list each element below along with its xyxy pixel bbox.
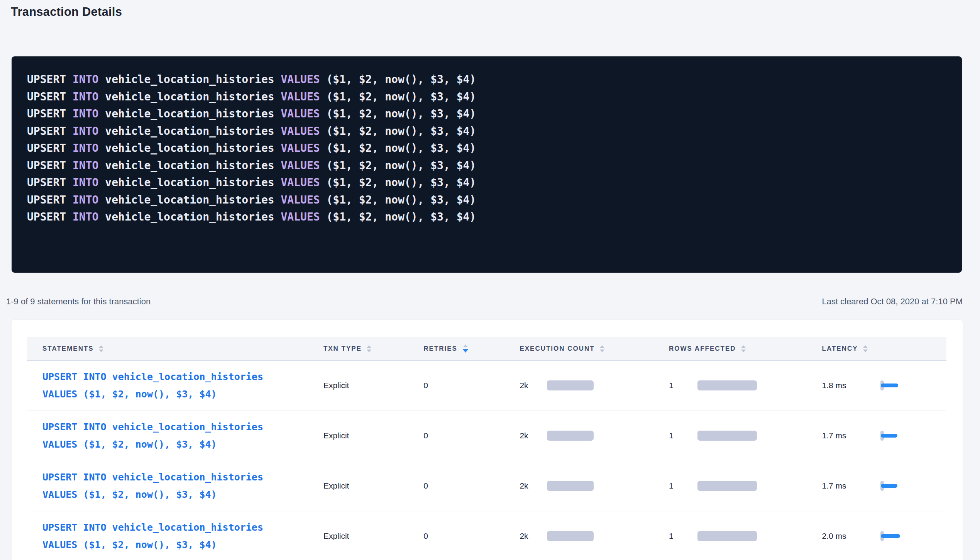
statement-link[interactable]: UPSERT INTO vehicle_location_historiesVA…: [42, 418, 323, 453]
latency-value: 1.8 ms: [822, 381, 880, 390]
table-row: UPSERT INTO vehicle_location_historiesVA…: [27, 360, 946, 411]
sql-statement-lines: UPSERT INTO vehicle_location_histories V…: [27, 71, 946, 226]
execution-count-value: 2k: [520, 431, 547, 440]
summary-bar: 1-9 of 9 statements for this transaction…: [6, 297, 963, 307]
statement-link[interactable]: UPSERT INTO vehicle_location_historiesVA…: [42, 468, 323, 503]
retries-cell: 0: [423, 511, 520, 560]
sort-asc-icon[interactable]: [463, 344, 468, 347]
latency-bar: [881, 484, 897, 488]
sort-asc-icon[interactable]: [600, 345, 604, 348]
retries-value: 0: [423, 481, 428, 490]
column-header-latency[interactable]: LATENCY: [822, 337, 946, 360]
sql-code-line: UPSERT INTO vehicle_location_histories V…: [27, 174, 946, 192]
execution-count-value: 2k: [520, 481, 547, 490]
statement-cell: UPSERT INTO vehicle_location_historiesVA…: [27, 411, 323, 461]
statement-link[interactable]: UPSERT INTO vehicle_location_historiesVA…: [42, 368, 323, 403]
sort-asc-icon[interactable]: [863, 345, 868, 348]
retries-cell: 0: [423, 411, 520, 461]
sort-arrows-icon[interactable]: [367, 345, 371, 352]
sort-arrows-icon[interactable]: [741, 345, 746, 352]
statement-link-line: UPSERT INTO vehicle_location_histories: [42, 468, 323, 486]
sort-desc-icon[interactable]: [367, 350, 371, 352]
sort-desc-icon[interactable]: [462, 349, 469, 353]
rows-affected-cell: 1: [669, 360, 822, 411]
retries-cell: 0: [423, 461, 520, 511]
statement-link-line: VALUES ($1, $2, now(), $3, $4): [42, 486, 323, 503]
rows-affected-value: 1: [669, 531, 697, 541]
rows-affected-bar: [697, 380, 757, 390]
retries-value: 0: [423, 381, 428, 390]
latency-value: 1.7 ms: [822, 431, 880, 440]
statements-table-card: STATEMENTSTXN TYPERETRIESEXECUTION COUNT…: [12, 320, 963, 560]
rows-affected-value: 1: [669, 481, 697, 490]
latency-cell: 1.8 ms: [822, 360, 946, 411]
rows-affected-cell: 1: [669, 411, 822, 461]
statement-link-line: UPSERT INTO vehicle_location_histories: [42, 418, 323, 436]
sort-arrows-icon[interactable]: [462, 344, 469, 353]
execution-count-value: 2k: [520, 531, 547, 541]
statement-link-line: UPSERT INTO vehicle_location_histories: [42, 519, 323, 536]
sort-desc-icon[interactable]: [99, 350, 103, 352]
sort-arrows-icon[interactable]: [600, 345, 604, 352]
execution-count-value: 2k: [520, 381, 547, 390]
execution-count-cell: 2k: [520, 461, 669, 511]
latency-cell: 2.0 ms: [822, 511, 946, 560]
statement-cell: UPSERT INTO vehicle_location_historiesVA…: [27, 360, 323, 411]
statement-link-line: VALUES ($1, $2, now(), $3, $4): [42, 385, 323, 403]
rows-affected-bar: [697, 531, 757, 541]
statement-link[interactable]: UPSERT INTO vehicle_location_historiesVA…: [42, 519, 323, 553]
txn-type-cell: Explicit: [323, 461, 423, 511]
sort-arrows-icon[interactable]: [863, 345, 868, 352]
sort-asc-icon[interactable]: [99, 345, 103, 348]
sql-code-line: UPSERT INTO vehicle_location_histories V…: [27, 105, 946, 123]
execution-count-bar: [547, 481, 594, 491]
latency-bar-chart: [880, 380, 915, 390]
column-header-label: STATEMENTS: [42, 345, 94, 353]
column-header-label: TXN TYPE: [323, 345, 362, 353]
table-header-row: STATEMENTSTXN TYPERETRIESEXECUTION COUNT…: [27, 337, 946, 360]
txn-type-value: Explicit: [323, 531, 349, 540]
rows-affected-bar: [697, 481, 757, 491]
latency-cell: 1.7 ms: [822, 411, 946, 461]
retries-value: 0: [423, 431, 428, 440]
sort-asc-icon[interactable]: [367, 345, 371, 348]
latency-bar: [881, 534, 900, 538]
column-header-statements[interactable]: STATEMENTS: [27, 337, 323, 360]
rows-affected-value: 1: [669, 431, 697, 440]
execution-count-cell: 2k: [520, 511, 669, 560]
column-header-rows-affected[interactable]: ROWS AFFECTED: [669, 337, 822, 360]
txn-type-cell: Explicit: [323, 411, 423, 461]
statement-cell: UPSERT INTO vehicle_location_historiesVA…: [27, 461, 323, 511]
execution-count-bar: [547, 531, 594, 541]
sort-desc-icon[interactable]: [863, 350, 868, 352]
statements-count-summary: 1-9 of 9 statements for this transaction: [6, 297, 151, 307]
latency-bar-chart: [880, 481, 915, 491]
sort-asc-icon[interactable]: [741, 345, 746, 348]
retries-cell: 0: [423, 360, 520, 411]
column-header-retries[interactable]: RETRIES: [423, 337, 520, 360]
sql-code-line: UPSERT INTO vehicle_location_histories V…: [27, 88, 946, 106]
txn-type-value: Explicit: [323, 431, 349, 440]
txn-type-cell: Explicit: [323, 511, 423, 560]
column-header-label: LATENCY: [822, 345, 858, 353]
sort-desc-icon[interactable]: [741, 350, 746, 352]
sort-desc-icon[interactable]: [600, 350, 604, 352]
sql-code-line: UPSERT INTO vehicle_location_histories V…: [27, 123, 946, 140]
execution-count-bar: [547, 380, 594, 390]
execution-count-bar: [547, 431, 594, 441]
rows-affected-value: 1: [669, 381, 697, 390]
sort-arrows-icon[interactable]: [99, 345, 103, 352]
column-header-execution-count[interactable]: EXECUTION COUNT: [520, 337, 669, 360]
column-header-txn-type[interactable]: TXN TYPE: [323, 337, 423, 360]
rows-affected-bar: [697, 431, 757, 441]
statements-table: STATEMENTSTXN TYPERETRIESEXECUTION COUNT…: [27, 337, 946, 560]
latency-bar-chart: [880, 431, 915, 441]
table-row: UPSERT INTO vehicle_location_historiesVA…: [27, 411, 946, 461]
column-header-label: ROWS AFFECTED: [669, 345, 736, 353]
latency-value: 1.7 ms: [822, 481, 880, 490]
column-header-label: RETRIES: [423, 345, 457, 353]
execution-count-cell: 2k: [520, 411, 669, 461]
column-header-label: EXECUTION COUNT: [520, 345, 594, 353]
txn-type-value: Explicit: [323, 481, 349, 490]
latency-cell: 1.7 ms: [822, 461, 946, 511]
